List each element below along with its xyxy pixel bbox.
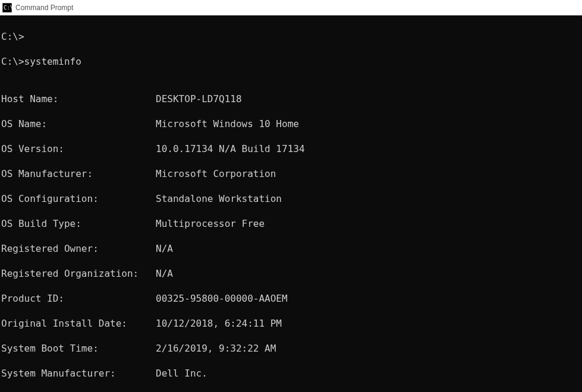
info-value: Dell Inc.: [156, 368, 207, 379]
info-row: Product ID:00325-95800-00000-AAOEM: [1, 292, 581, 305]
prompt-line: C:\>: [1, 30, 581, 43]
info-row: Host Name:DESKTOP-LD7Q118: [1, 93, 581, 105]
command-prompt-window: C:\ Command Prompt C:\> C:\>systeminfo H…: [0, 0, 582, 392]
info-label: OS Manufacturer:: [1, 167, 156, 180]
info-label: Host Name:: [1, 93, 156, 105]
info-row: Registered Owner:N/A: [1, 242, 581, 255]
info-row: OS Name:Microsoft Windows 10 Home: [1, 118, 581, 130]
info-value: Microsoft Windows 10 Home: [156, 118, 299, 129]
info-value: N/A: [156, 268, 173, 279]
info-value: 10.0.17134 N/A Build 17134: [156, 143, 304, 154]
info-row: OS Version:10.0.17134 N/A Build 17134: [1, 143, 581, 155]
info-value: Standalone Workstation: [156, 193, 282, 204]
info-label: OS Configuration:: [1, 192, 156, 205]
terminal-output[interactable]: C:\> C:\>systeminfo Host Name:DESKTOP-LD…: [0, 15, 582, 392]
command-prompt-icon: C:\: [2, 3, 12, 12]
prompt-line-command: C:\>systeminfo: [1, 55, 581, 68]
info-label: System Boot Time:: [1, 342, 156, 355]
info-value: N/A: [156, 243, 173, 254]
info-value: Microsoft Corporation: [156, 168, 276, 179]
info-label: Original Install Date:: [1, 317, 156, 330]
info-label: OS Name:: [1, 118, 156, 130]
info-row: System Manufacturer:Dell Inc.: [1, 367, 581, 380]
info-value: 2/16/2019, 9:32:22 AM: [156, 343, 276, 354]
info-label: OS Build Type:: [1, 217, 156, 230]
info-label: OS Version:: [1, 143, 156, 155]
info-label: Registered Organization:: [1, 267, 156, 280]
info-value: Multiprocessor Free: [156, 218, 265, 229]
info-row: Original Install Date:10/12/2018, 6:24:1…: [1, 317, 581, 330]
info-label: System Manufacturer:: [1, 367, 156, 380]
svg-text:C:\: C:\: [4, 5, 12, 11]
info-value: 00325-95800-00000-AAOEM: [156, 293, 288, 304]
info-value: DESKTOP-LD7Q118: [156, 93, 242, 105]
info-row: OS Manufacturer:Microsoft Corporation: [1, 167, 581, 180]
info-row: Registered Organization:N/A: [1, 267, 581, 280]
info-label: Registered Owner:: [1, 242, 156, 255]
info-label: Product ID:: [1, 292, 156, 305]
titlebar-title: Command Prompt: [15, 4, 73, 12]
info-value: 10/12/2018, 6:24:11 PM: [156, 318, 282, 329]
info-row: OS Build Type:Multiprocessor Free: [1, 217, 581, 230]
info-row: OS Configuration:Standalone Workstation: [1, 192, 581, 205]
info-row: System Boot Time:2/16/2019, 9:32:22 AM: [1, 342, 581, 355]
titlebar[interactable]: C:\ Command Prompt: [0, 0, 582, 15]
